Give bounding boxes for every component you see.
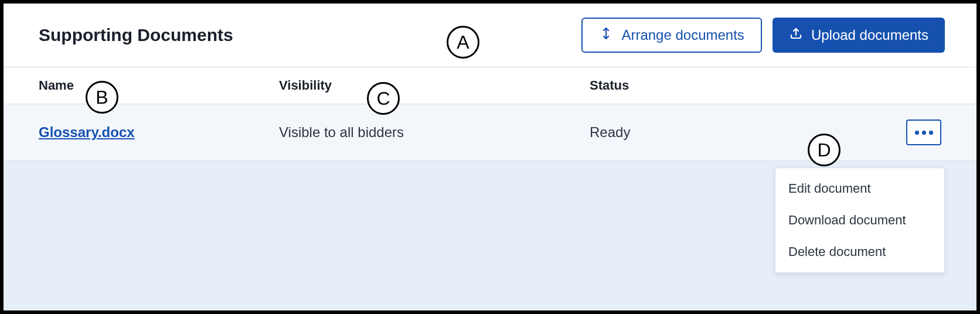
column-header-status: Status [590, 78, 812, 93]
cell-name: Glossary.docx [39, 124, 279, 141]
annotation-b: B [86, 81, 118, 114]
arrange-icon [599, 26, 613, 44]
menu-delete-document[interactable]: Delete document [775, 236, 944, 268]
upload-button-label: Upload documents [811, 27, 928, 43]
table-header: Name Visibility Status [4, 67, 976, 104]
upload-documents-button[interactable]: Upload documents [773, 18, 945, 53]
annotation-a: A [447, 26, 479, 59]
column-header-actions [812, 78, 941, 93]
cell-status: Ready [590, 124, 812, 141]
upload-icon [789, 26, 803, 44]
ellipsis-icon [915, 131, 919, 135]
annotation-c: C [367, 82, 400, 115]
document-link[interactable]: Glossary.docx [39, 124, 135, 140]
ellipsis-icon [929, 131, 933, 135]
arrange-documents-button[interactable]: Arrange documents [581, 18, 761, 53]
arrange-button-label: Arrange documents [621, 27, 744, 43]
app-frame: Supporting Documents Arrange documents [0, 0, 980, 314]
more-actions-button[interactable] [906, 120, 941, 145]
column-header-visibility: Visibility [279, 78, 590, 93]
cell-visibility: Visible to all bidders [279, 124, 590, 141]
section-title: Supporting Documents [39, 25, 233, 45]
menu-download-document[interactable]: Download document [775, 204, 944, 236]
actions-dropdown: Edit document Download document Delete d… [775, 168, 945, 273]
column-header-name: Name [39, 78, 279, 93]
ellipsis-icon [922, 131, 926, 135]
section-header: Supporting Documents Arrange documents [4, 4, 976, 67]
header-actions: Arrange documents Upload documents [581, 18, 945, 53]
menu-edit-document[interactable]: Edit document [775, 173, 944, 204]
annotation-d: D [808, 134, 841, 166]
